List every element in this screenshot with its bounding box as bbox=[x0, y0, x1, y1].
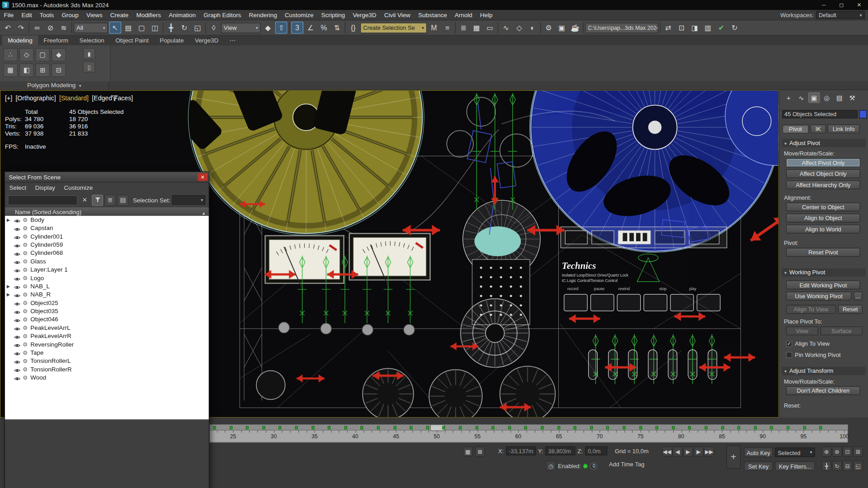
z-coordinate-field[interactable]: 0,0m bbox=[585, 446, 607, 455]
named-selection-combo[interactable]: Create Selection Se▾ bbox=[360, 23, 427, 33]
orbit-icon[interactable]: ↻ bbox=[728, 22, 741, 34]
dialog-menu-item[interactable]: Display bbox=[31, 184, 60, 191]
NAB_L[interactable]: ▶ NAB_L bbox=[5, 282, 209, 290]
object-name[interactable]: NAB_L bbox=[30, 282, 50, 290]
object-name[interactable]: Object046 bbox=[30, 315, 58, 324]
reset-pivot-button[interactable]: Reset Pivot bbox=[786, 248, 860, 257]
auto-key-button[interactable]: Auto Key bbox=[744, 448, 773, 457]
object-name[interactable]: Cylinder059 bbox=[30, 241, 63, 249]
curve-editor-icon[interactable]: ∿ bbox=[500, 22, 512, 34]
grow-selection-icon[interactable]: ⊞ bbox=[35, 64, 50, 77]
Cylinder059[interactable]: ▶ Cylinder059 bbox=[5, 241, 209, 249]
Cylinder068[interactable]: ▶ Cylinder068 bbox=[5, 249, 209, 257]
link-info-mode-button[interactable]: Link Info bbox=[828, 125, 860, 134]
workspaces-dropdown[interactable]: Default▾ bbox=[816, 11, 865, 19]
trackbar-keys[interactable] bbox=[210, 425, 848, 430]
utilities-tab[interactable]: ⚒ bbox=[846, 92, 858, 103]
PeakLevelArrL[interactable]: ▶ PeakLevelArrL bbox=[5, 324, 209, 332]
keyboard-override-icon[interactable]: ⇧ bbox=[275, 22, 288, 34]
align-to-view-checkbox[interactable]: ✓Align To View bbox=[786, 340, 830, 347]
display-tab[interactable]: ▤ bbox=[834, 92, 845, 103]
play-button[interactable]: ▶ bbox=[683, 446, 693, 456]
schematic-view-icon[interactable]: ◇ bbox=[513, 22, 525, 34]
object-color-swatch[interactable] bbox=[859, 110, 867, 118]
select-and-scale-icon[interactable]: ◱ bbox=[192, 22, 204, 34]
border-mode-icon[interactable]: ▢ bbox=[35, 48, 50, 61]
TonsionRollerR[interactable]: ▶ TonsionRollerR bbox=[5, 365, 209, 373]
menu-item[interactable]: Verge3D bbox=[349, 9, 381, 20]
per-view-filter-icon[interactable] bbox=[111, 95, 118, 103]
filter-funnel-icon[interactable] bbox=[92, 194, 103, 205]
layer-explorer-icon[interactable]: ≣ bbox=[457, 22, 469, 34]
zoom-region-icon[interactable]: ⊟ bbox=[843, 461, 853, 471]
menu-item[interactable]: Rendering bbox=[245, 9, 281, 20]
menu-item[interactable]: Group bbox=[58, 9, 83, 20]
object-name[interactable]: Cylinder068 bbox=[30, 249, 63, 257]
Glass[interactable]: ▶ Glass bbox=[5, 257, 209, 265]
window-crossing-icon[interactable]: ◫ bbox=[149, 22, 161, 34]
polygon-mode-icon[interactable]: ◆ bbox=[52, 48, 66, 61]
menu-item[interactable]: Create bbox=[106, 9, 132, 20]
menu-item[interactable]: Substance bbox=[414, 9, 451, 20]
rollout-working-pivot[interactable]: ▾Working Pivot bbox=[782, 268, 866, 277]
maximize-button[interactable]: ◻ bbox=[833, 0, 850, 10]
tab-verge3d[interactable]: Verge3D bbox=[189, 35, 224, 45]
rollout-adjust-pivot[interactable]: ▾Adjust Pivot bbox=[782, 139, 866, 147]
polygon-modeling-section[interactable]: Polygon Modeling ▾ bbox=[0, 81, 109, 90]
hierarchy-tab[interactable]: ▣ bbox=[808, 92, 820, 103]
transform-typein-icon[interactable]: ▦ bbox=[463, 446, 473, 456]
expand-arrow-icon[interactable]: ▶ bbox=[7, 282, 10, 290]
maximize-viewport-icon[interactable]: ◱ bbox=[853, 461, 863, 471]
ReversingRoller[interactable]: ▶ ReversingRoller bbox=[5, 340, 209, 348]
dialog-menu-item[interactable]: Customize bbox=[60, 184, 97, 191]
edit-working-pivot-button[interactable]: Edit Working Pivot bbox=[786, 281, 860, 290]
snaps-toggle-icon[interactable]: 3 bbox=[291, 22, 303, 34]
pan-icon[interactable]: ╋ bbox=[821, 461, 831, 471]
Wood[interactable]: ▶ Wood bbox=[5, 374, 209, 382]
Cylinder001[interactable]: ▶ Cylinder001 bbox=[5, 232, 209, 240]
align-icon[interactable]: ≡ bbox=[441, 22, 453, 34]
select-and-manipulate-icon[interactable]: ◆ bbox=[262, 22, 274, 34]
object-name[interactable]: Layer:Layer 1 bbox=[30, 266, 67, 274]
tab-populate[interactable]: Populate bbox=[154, 35, 189, 45]
ik-mode-button[interactable]: IK bbox=[811, 125, 826, 134]
use-working-pivot-button[interactable]: Use Working Pivot bbox=[786, 291, 851, 300]
Layer:Layer 1[interactable]: ▶ Layer:Layer 1 bbox=[5, 266, 209, 274]
timeline-ruler[interactable]: 253035404550556065707580859095100 bbox=[209, 424, 848, 442]
zoom-extents-icon[interactable]: ⊡ bbox=[843, 446, 853, 456]
orbit-icon[interactable]: ↻ bbox=[832, 461, 842, 471]
spinner-snap-icon[interactable]: ⇅ bbox=[331, 22, 343, 34]
menu-item[interactable]: Animation bbox=[165, 9, 200, 20]
y-coordinate-field[interactable]: 38,803m bbox=[545, 446, 575, 455]
menu-item[interactable]: Civil View bbox=[380, 9, 414, 20]
tab-object-paint[interactable]: Object Paint bbox=[110, 35, 154, 45]
affect-object-only-button[interactable]: Affect Object Only bbox=[786, 169, 860, 178]
viewport-view-menu[interactable]: [Orthographic] bbox=[15, 94, 56, 101]
x-coordinate-field[interactable]: -33,137m bbox=[506, 446, 536, 455]
align-to-view-button[interactable]: Align To View bbox=[786, 305, 836, 314]
selection-filter-dropdown[interactable]: All▾ bbox=[74, 23, 108, 33]
angle-snap-icon[interactable]: ∠ bbox=[304, 22, 316, 34]
close-button[interactable]: ✕ bbox=[850, 0, 868, 10]
menu-item[interactable]: Graph Editors bbox=[200, 9, 245, 20]
render-setup-icon[interactable]: ⚙ bbox=[542, 22, 555, 34]
object-name[interactable]: Tape bbox=[30, 348, 43, 357]
search-input[interactable] bbox=[8, 195, 77, 205]
sort-mode-icon[interactable]: ▤ bbox=[118, 194, 128, 205]
shrink-selection-icon[interactable]: ⊟ bbox=[52, 64, 66, 77]
pin-working-pivot-checkbox[interactable]: Pin Working Pivot bbox=[786, 352, 841, 358]
previous-frame-icon[interactable]: ◀ bbox=[673, 446, 683, 456]
menu-item[interactable]: File bbox=[0, 9, 18, 20]
display-toggle-icon[interactable]: ◨ bbox=[689, 22, 701, 34]
tab-selection[interactable]: Selection bbox=[74, 35, 110, 45]
rendered-frame-icon[interactable]: ▣ bbox=[556, 22, 568, 34]
object-name[interactable]: Glass bbox=[30, 257, 46, 265]
menu-item[interactable]: Scripting bbox=[317, 9, 349, 20]
select-object-icon[interactable]: ↖ bbox=[109, 22, 121, 34]
vertex-mode-icon[interactable]: ∴ bbox=[3, 48, 18, 61]
object-name[interactable]: Logo bbox=[30, 274, 44, 282]
selection-lock-icon[interactable]: ⊠ bbox=[475, 446, 485, 456]
working-pivot-options-button[interactable]: ... bbox=[854, 291, 863, 300]
ribbon-overflow-icon[interactable]: ⋯ bbox=[224, 35, 241, 45]
key-filters-button[interactable]: Key Filters... bbox=[775, 461, 815, 471]
